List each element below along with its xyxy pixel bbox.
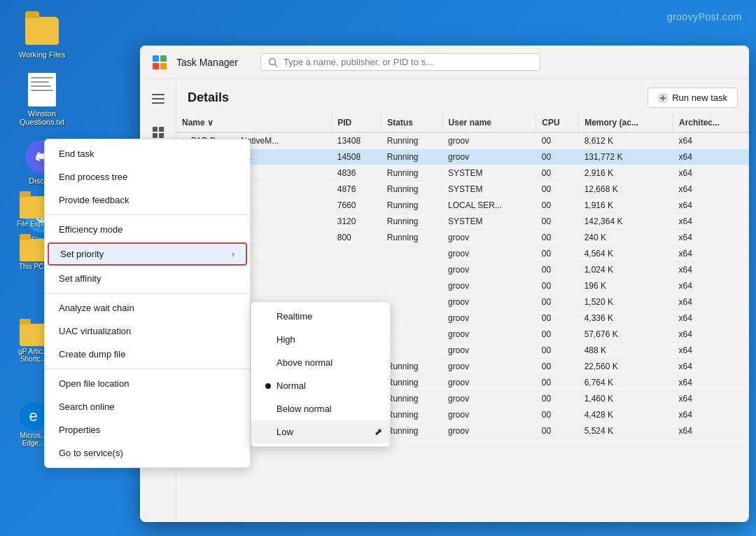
cell-cpu: 00	[536, 214, 579, 230]
table-row[interactable]: ▶PAD.BrowserNativeM... 13408 Running gro…	[176, 132, 749, 149]
svg-rect-10	[152, 102, 164, 104]
context-menu-item-open-file-location[interactable]: Open file location	[45, 372, 250, 395]
cell-user: groov	[442, 246, 536, 262]
cell-arch: x64	[673, 343, 748, 359]
col-arch[interactable]: Architec...	[673, 114, 748, 132]
context-menu-item-end-process-tree[interactable]: End process tree	[45, 165, 250, 188]
submenu-label-normal: Normal	[276, 380, 306, 391]
table-row[interactable]: groov 00 4,564 K x64	[176, 246, 749, 262]
submenu-label-above-normal: Above normal	[276, 357, 332, 368]
context-menu-item-efficiency-mode[interactable]: Efficiency mode	[45, 218, 250, 241]
cell-arch: x64	[673, 327, 748, 343]
svg-rect-3	[160, 55, 167, 62]
run-new-task-label: Run new task	[672, 92, 727, 103]
context-menu-item-set-affinity[interactable]: Set affinity	[45, 267, 250, 290]
cell-memory: 488 K	[579, 343, 673, 359]
col-memory[interactable]: Memory (ac...	[579, 114, 673, 132]
cell-cpu: 00	[536, 149, 579, 165]
cell-arch: x64	[673, 165, 748, 181]
table-row[interactable]: groov 00 1,024 K x64	[176, 262, 749, 278]
context-menu-item-uac-virtualization[interactable]: UAC virtualization	[45, 319, 250, 343]
context-menu-item-search-online[interactable]: Search online	[45, 395, 250, 418]
run-new-task-button[interactable]: Run new task	[648, 88, 738, 108]
task-manager-header-row: Details Run new task	[176, 79, 749, 114]
context-menu-item-properties[interactable]: Properties	[45, 418, 250, 441]
cell-user: groov	[442, 343, 536, 359]
working-files-icon[interactable]: Working Files	[14, 14, 70, 59]
col-pid[interactable]: PID	[332, 114, 382, 132]
submenu-item-normal[interactable]: Normal	[251, 374, 390, 397]
context-menu-item-analyze-wait-chain[interactable]: Analyze wait chain	[45, 296, 250, 319]
submenu-item-realtime[interactable]: Realtime	[251, 305, 390, 328]
cell-memory: 12,668 K	[579, 181, 673, 198]
cell-cpu: 00	[536, 391, 579, 407]
context-menu-item-set-priority[interactable]: Set priority›	[48, 242, 247, 266]
task-manager-search-input[interactable]	[284, 57, 533, 67]
winston-questions-icon[interactable]: WinstonQuestions.txt	[14, 73, 70, 126]
cell-memory: 6,764 K	[579, 375, 673, 391]
table-row[interactable]: groov 00 196 K x64	[176, 278, 749, 294]
cell-cpu: 00	[536, 230, 579, 246]
context-menu-item-provide-feedback[interactable]: Provide feedback	[45, 188, 250, 212]
submenu-item-above-normal[interactable]: Above normal	[251, 351, 390, 374]
cell-user: groov	[442, 294, 536, 310]
cell-memory: 4,564 K	[579, 246, 673, 262]
cell-pid: 7660	[332, 198, 382, 214]
winston-questions-label: WinstonQuestions.txt	[20, 109, 64, 126]
table-row[interactable]: ewebview2.exe 800 Running groov 00 240 K…	[176, 230, 749, 246]
col-name[interactable]: Name ∨	[176, 114, 332, 132]
cell-user: groov	[442, 278, 536, 294]
col-status[interactable]: Status	[382, 114, 442, 132]
cell-arch: x64	[673, 132, 748, 149]
context-menu-label-provide-feedback: Provide feedback	[59, 195, 129, 205]
submenu-item-below-normal[interactable]: Below normal	[251, 397, 390, 420]
svg-rect-2	[153, 55, 159, 62]
cell-user: groov	[442, 359, 536, 375]
cell-status: Running	[382, 198, 442, 214]
table-row[interactable]: .exe 7660 Running LOCAL SER... 00 1,916 …	[176, 198, 749, 214]
cell-arch: x64	[673, 375, 748, 391]
cell-cpu: 00	[536, 407, 579, 423]
context-menu-label-create-dump-file: Create dump file	[59, 349, 125, 359]
cell-arch: x64	[673, 407, 748, 423]
cell-cpu: 00	[536, 132, 579, 149]
context-menu-label-end-task: End task	[59, 149, 94, 159]
sidebar-hamburger[interactable]	[144, 85, 172, 113]
svg-line-7	[274, 64, 277, 67]
cell-cpu: 00	[536, 310, 579, 327]
context-menu-label-go-to-service: Go to service(s)	[59, 448, 123, 458]
context-menu-label-set-priority: Set priority	[60, 249, 104, 259]
submenu-item-low[interactable]: Low⬆	[251, 420, 390, 444]
context-menu-item-go-to-service[interactable]: Go to service(s)	[45, 441, 250, 465]
cell-pid: 3120	[332, 214, 382, 230]
table-row[interactable]: Eng.exe 3120 Running SYSTEM 00 142,364 K…	[176, 214, 749, 230]
cell-arch: x64	[673, 310, 748, 327]
submenu-item-high[interactable]: High	[251, 328, 390, 351]
task-manager-title: Task Manager	[176, 57, 238, 68]
context-menu-item-end-task[interactable]: End task	[45, 142, 250, 165]
task-manager-search-box[interactable]	[260, 53, 540, 71]
submenu-label-realtime: Realtime	[276, 311, 312, 322]
cell-status	[382, 246, 442, 262]
table-row[interactable]: p.IGCC.WinSer... 4836 Running SYSTEM 00 …	[176, 165, 749, 181]
context-menu: End taskEnd process treeProvide feedback…	[44, 139, 251, 468]
context-menu-label-analyze-wait-chain: Analyze wait chain	[59, 303, 134, 313]
cell-memory: 142,364 K	[579, 214, 673, 230]
cell-pid: 4876	[332, 181, 382, 198]
cell-user: groov	[442, 262, 536, 278]
context-menu-label-efficiency-mode: Efficiency mode	[59, 224, 123, 235]
context-menu-item-create-dump-file[interactable]: Create dump file	[45, 343, 250, 366]
cell-arch: x64	[673, 262, 748, 278]
context-menu-label-search-online: Search online	[59, 401, 115, 412]
cell-pid: 14508	[332, 149, 382, 165]
col-username[interactable]: User name	[442, 114, 536, 132]
cell-cpu: 00	[536, 343, 579, 359]
cell-user: groov	[442, 423, 536, 439]
table-row[interactable]: OOUTLOOK.EXE 14508 Running groov 00 131,…	[176, 149, 749, 165]
cell-memory: 1,916 K	[579, 198, 673, 214]
cell-status: Running	[382, 230, 442, 246]
cell-user: groov	[442, 407, 536, 423]
col-cpu[interactable]: CPU	[536, 114, 579, 132]
context-menu-label-set-affinity: Set affinity	[59, 273, 101, 284]
table-row[interactable]: lickToRun.exe 4876 Running SYSTEM 00 12,…	[176, 181, 749, 198]
